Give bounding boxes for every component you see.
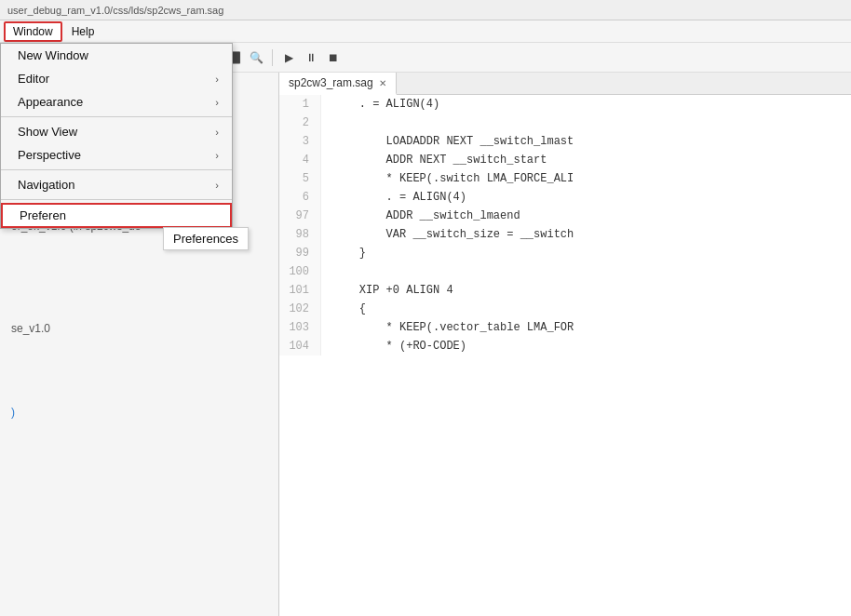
code-line-101: 101 XIP +0 ALIGN 4 [279, 281, 851, 300]
editor-label: Editor [18, 72, 49, 86]
arrow-icon: › [215, 74, 219, 85]
path-text: user_debug_ram_v1.0/css/lds/sp2cws_ram.s… [7, 5, 223, 16]
tab-bar: sp2cw3_ram.sag ✕ [279, 73, 851, 95]
arrow-icon-5: › [215, 180, 219, 191]
path-bar: user_debug_ram_v1.0/css/lds/sp2cws_ram.s… [0, 0, 851, 20]
line-content: XIP +0 ALIGN 4 [321, 281, 453, 300]
code-line-5: 5 * KEEP(.switch LMA_FORCE_ALI [279, 169, 851, 188]
line-number: 99 [279, 244, 321, 262]
line-content: } [321, 244, 366, 262]
new-window-label: New Window [18, 48, 88, 62]
line-content: * KEEP(.switch LMA_FORCE_ALI [321, 169, 574, 188]
line-number: 3 [279, 132, 321, 151]
menu-new-window[interactable]: New Window [1, 44, 232, 67]
arrow-icon-4: › [215, 150, 219, 161]
code-line-102: 102 { [279, 300, 851, 318]
separator-3 [1, 199, 232, 200]
line-number: 2 [279, 114, 321, 132]
line-content: * KEEP(.vector_table LMA_FOR [321, 318, 574, 337]
sidebar-item-4: se_v1.0 [0, 315, 278, 342]
line-number: 98 [279, 225, 321, 244]
line-number: 101 [279, 281, 321, 300]
stop-icon[interactable]: ⏹ [324, 48, 343, 67]
line-number: 102 [279, 300, 321, 318]
menu-window[interactable]: Window [4, 21, 62, 42]
play-icon[interactable]: ▶ [279, 48, 298, 67]
menu-preferences[interactable]: Preferen [1, 203, 232, 228]
separator4 [272, 49, 273, 66]
show-view-label: Show View [18, 125, 77, 139]
code-line-98: 98 VAR __switch_size = __switch [279, 225, 851, 244]
code-line-99: 99 } [279, 244, 851, 262]
line-number: 4 [279, 151, 321, 169]
line-content [321, 114, 332, 132]
line-number: 104 [279, 337, 321, 355]
line-content: VAR __switch_size = __switch [321, 225, 574, 244]
line-number: 97 [279, 207, 321, 225]
code-line-100: 100 [279, 262, 851, 281]
line-content: LOADADDR NEXT __switch_lmast [321, 132, 574, 151]
menu-appearance[interactable]: Appearance › [1, 90, 232, 114]
perspective-label: Perspective [18, 148, 81, 162]
navigation-label: Navigation [18, 178, 74, 192]
code-line-97: 97 ADDR __switch_lmaend [279, 207, 851, 225]
tab-close-icon[interactable]: ✕ [379, 78, 386, 88]
appearance-label: Appearance [18, 95, 83, 109]
menu-navigation[interactable]: Navigation › [1, 173, 232, 196]
arrow-icon-2: › [215, 97, 219, 108]
line-content: . = ALIGN(4) [321, 95, 439, 114]
code-line-104: 104 * (+RO-CODE) [279, 337, 851, 355]
menu-bar: Window Help [0, 20, 851, 43]
line-content: * (+RO-CODE) [321, 337, 466, 355]
preferences-tooltip-text: Preferences [173, 232, 238, 246]
line-number: 103 [279, 318, 321, 337]
code-line-103: 103 * KEEP(.vector_table LMA_FOR [279, 318, 851, 337]
line-number: 1 [279, 95, 321, 114]
preferences-label: Preferen [20, 208, 66, 222]
code-line-2: 2 [279, 114, 851, 132]
code-line-4: 4 ADDR NEXT __switch_start [279, 151, 851, 169]
line-content: . = ALIGN(4) [321, 188, 466, 207]
line-number: 5 [279, 169, 321, 188]
code-line-1: 1 . = ALIGN(4) [279, 95, 851, 114]
arrow-icon-3: › [215, 127, 219, 138]
line-content: ADDR NEXT __switch_start [321, 151, 547, 169]
line-content [321, 262, 332, 281]
menu-editor[interactable]: Editor › [1, 67, 232, 90]
sidebar-item-5: ) [0, 398, 278, 426]
code-line-6: 6 . = ALIGN(4) [279, 188, 851, 207]
preferences-tooltip: Preferences [163, 227, 249, 250]
line-content: { [321, 300, 366, 318]
menu-help[interactable]: Help [64, 23, 102, 40]
window-dropdown-menu: New Window Editor › Appearance › Show Vi… [0, 43, 233, 229]
tab-label: sp2cw3_ram.sag [289, 76, 373, 89]
code-editor[interactable]: 1 . = ALIGN(4) 2 3 LOADADDR NEXT __switc… [279, 95, 851, 616]
separator [1, 116, 232, 117]
code-line-3: 3 LOADADDR NEXT __switch_lmast [279, 132, 851, 151]
line-content: ADDR __switch_lmaend [321, 207, 520, 225]
line-number: 100 [279, 262, 321, 281]
line-number: 6 [279, 188, 321, 207]
menu-show-view[interactable]: Show View › [1, 120, 232, 143]
separator-2 [1, 169, 232, 170]
tab-sag-file[interactable]: sp2cw3_ram.sag ✕ [279, 73, 397, 95]
pause-icon[interactable]: ⏸ [302, 48, 320, 67]
menu-perspective[interactable]: Perspective › [1, 143, 232, 167]
search-icon[interactable]: 🔍 [247, 48, 265, 67]
